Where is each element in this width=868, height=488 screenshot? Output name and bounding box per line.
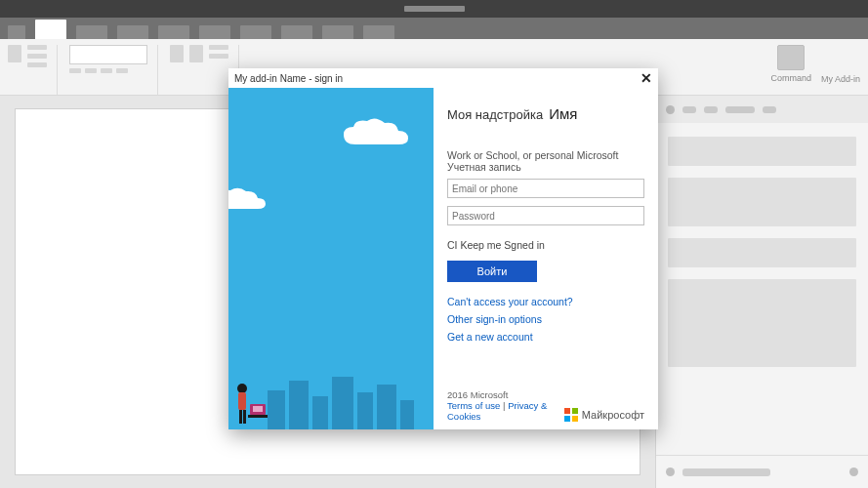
tab-item[interactable] <box>363 25 394 39</box>
svg-rect-9 <box>239 410 242 424</box>
taskpane-body <box>656 123 868 455</box>
brand-prefix: Моя надстройка <box>447 107 543 122</box>
ribbon-group <box>8 45 58 95</box>
tab-item[interactable] <box>322 25 353 39</box>
ribbon-right: Command My Add-in <box>770 45 860 95</box>
taskpane-footer-bar <box>682 468 770 476</box>
dialog-footer: 2016 Microsoft Terms of use | Privacy & … <box>447 389 644 422</box>
ribbon-control[interactable] <box>170 45 184 62</box>
command-icon <box>777 45 805 70</box>
command-button[interactable]: Command <box>770 45 811 83</box>
addin-button[interactable]: My Add-in <box>821 45 860 84</box>
taskpane-header-pill <box>704 106 718 113</box>
signin-button[interactable]: Войти <box>447 261 537 282</box>
tab-item[interactable] <box>199 25 230 39</box>
cloud-icon <box>228 185 273 215</box>
dialog-titlebar: My add-in Name - sign in ✕ <box>228 68 658 88</box>
ribbon-control[interactable] <box>27 62 47 67</box>
ribbon-control[interactable] <box>85 68 97 73</box>
ribbon-control[interactable] <box>27 54 47 59</box>
titlebar-placeholder <box>404 6 465 12</box>
dialog-body: Моя надстройка Имя Work or School, or pe… <box>228 88 658 429</box>
taskpane-block <box>668 238 856 267</box>
taskpane-header-pill <box>682 106 696 113</box>
tab-file[interactable] <box>8 25 25 39</box>
taskpane-block <box>668 137 856 166</box>
account-type-label: Work or School, or personal Microsoft Уч… <box>447 149 644 173</box>
taskpane-block <box>668 178 856 226</box>
svg-rect-4 <box>357 392 373 429</box>
dialog-title: My add-in Name - sign in <box>234 73 343 84</box>
tab-item[interactable] <box>281 25 312 39</box>
taskpane-header <box>656 96 868 123</box>
ribbon-group <box>69 45 158 95</box>
email-field[interactable] <box>447 179 644 198</box>
taskpane-header-pill <box>763 106 776 113</box>
ribbon-control[interactable] <box>27 45 47 50</box>
cant-access-link[interactable]: Can't access your account? <box>447 296 644 307</box>
ribbon-control[interactable] <box>101 68 112 73</box>
ribbon-control[interactable] <box>189 45 203 62</box>
ribbon-control[interactable] <box>69 68 81 73</box>
svg-rect-3 <box>332 377 353 429</box>
svg-rect-6 <box>400 400 414 429</box>
svg-rect-8 <box>238 392 246 410</box>
svg-rect-5 <box>377 385 396 429</box>
taskpane-header-icon <box>666 105 675 114</box>
svg-rect-2 <box>312 396 328 429</box>
svg-rect-13 <box>248 415 268 418</box>
password-field[interactable] <box>447 206 644 225</box>
microsoft-brand: Майкрософт <box>564 408 644 422</box>
taskpane-footer-icon <box>849 468 858 476</box>
addin-label: My Add-in <box>821 74 860 84</box>
terms-link[interactable]: Terms of use <box>447 400 500 411</box>
svg-rect-0 <box>268 390 285 429</box>
footer-separator: | <box>500 400 508 411</box>
keep-signed-in-checkbox[interactable]: CI Keep me Sgned in <box>447 239 644 251</box>
copyright-text: 2016 Microsoft <box>447 389 564 400</box>
svg-rect-1 <box>289 381 309 429</box>
brand-name: Имя <box>549 105 577 122</box>
signin-dialog: My add-in Name - sign in ✕ <box>228 68 658 429</box>
dialog-graphic-panel <box>228 88 434 429</box>
ribbon-control[interactable] <box>209 45 228 50</box>
app-titlebar <box>0 0 868 18</box>
ribbon-tabstrip <box>0 18 868 39</box>
svg-point-7 <box>237 384 247 393</box>
tab-item[interactable] <box>117 25 148 39</box>
tab-item[interactable] <box>240 25 271 39</box>
other-signin-link[interactable]: Other sign-in options <box>447 313 644 325</box>
city-illustration <box>228 371 434 429</box>
ribbon-control[interactable] <box>116 68 128 73</box>
svg-rect-10 <box>243 410 246 424</box>
close-icon[interactable]: ✕ <box>641 71 652 85</box>
ribbon-control[interactable] <box>8 45 21 62</box>
taskpane-footer-icon <box>666 468 675 476</box>
taskpane-block <box>668 279 856 367</box>
svg-rect-12 <box>253 406 263 412</box>
dialog-form-panel: Моя надстройка Имя Work or School, or pe… <box>434 88 658 429</box>
ribbon-font-input[interactable] <box>69 45 147 64</box>
taskpane <box>655 96 868 488</box>
ribbon-control[interactable] <box>209 54 228 59</box>
tab-item[interactable] <box>76 25 107 39</box>
cloud-icon <box>336 117 414 152</box>
command-label: Command <box>770 73 811 83</box>
microsoft-logo-icon <box>564 408 578 422</box>
taskpane-footer <box>656 455 868 488</box>
taskpane-header-pill <box>725 106 755 113</box>
new-account-link[interactable]: Get a new account <box>447 331 644 343</box>
tab-item[interactable] <box>158 25 189 39</box>
microsoft-brand-text: Майкрософт <box>582 409 644 421</box>
brand-row: Моя надстройка Имя <box>447 105 644 122</box>
tab-active[interactable] <box>35 20 66 39</box>
